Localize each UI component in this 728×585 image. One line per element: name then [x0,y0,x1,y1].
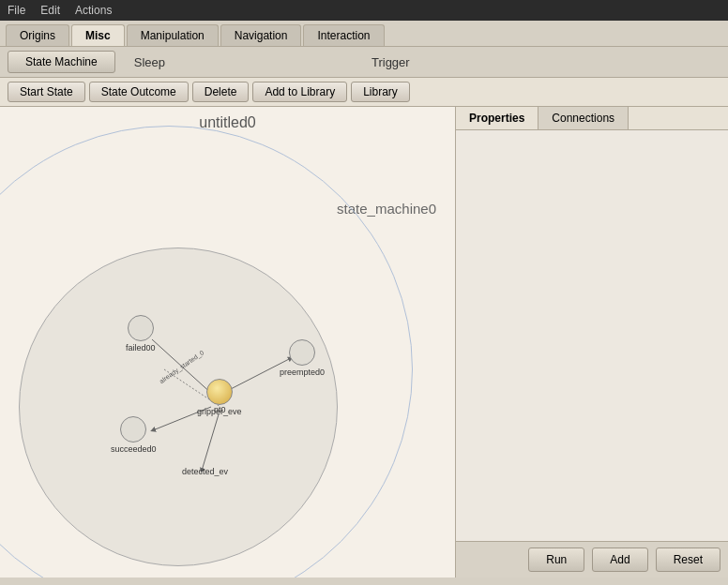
add-to-library-button[interactable]: Add to Library [252,82,347,102]
node-nt0[interactable]: nt0 [214,403,226,414]
canvas-title: untitled0 [0,114,455,131]
node-label-detected-ev: detected_ev [182,467,228,476]
node-circle-succeeded0 [120,416,146,442]
sleep-label: Sleep [134,55,165,69]
node-circle-failed00 [128,315,154,341]
node-label-preempted0: preempted0 [280,368,325,377]
panel-tabs: Properties Connections [456,107,728,130]
node-circle-gripper-eve [206,379,233,405]
tab-navigation[interactable]: Navigation [220,24,302,46]
panel-footer: Run Add Reset [456,541,728,578]
panel-tab-properties[interactable]: Properties [456,107,538,129]
trigger-label: Trigger [372,55,410,69]
reset-button[interactable]: Reset [656,548,720,572]
node-detected-ev[interactable]: detected_ev [182,465,228,476]
delete-button[interactable]: Delete [192,82,250,102]
right-panel: Properties Connections Run Add Reset [456,107,728,578]
node-failed00[interactable]: failed00 [126,315,156,352]
tab-origins[interactable]: Origins [6,24,69,46]
tab-manipulation[interactable]: Manipulation [127,24,219,46]
tab-interaction[interactable]: Interaction [303,24,384,46]
state-machine-button[interactable]: State Machine [8,51,115,73]
actionbar: Start State State Outcome Delete Add to … [0,78,728,107]
library-button[interactable]: Library [351,82,410,102]
node-label-failed00: failed00 [126,343,156,352]
node-label-succeeded0: succeeded0 [111,444,157,454]
main-area: untitled0 state_machine0 already_start [0,107,728,578]
menubar: File Edit Actions [0,0,728,21]
tabbar: Origins Misc Manipulation Navigation Int… [0,21,728,47]
node-circle-preempted0 [289,339,315,366]
tab-misc[interactable]: Misc [71,24,125,46]
node-succeeded0[interactable]: succeeded0 [111,416,157,454]
node-label-nt0: nt0 [214,405,226,414]
start-state-button[interactable]: Start State [8,82,85,102]
inner-circle [19,248,338,566]
node-preempted0[interactable]: preempted0 [280,339,325,377]
panel-tab-connections[interactable]: Connections [538,107,629,129]
menu-file[interactable]: File [8,4,25,17]
toolbar: State Machine Sleep Trigger [0,47,728,78]
add-button[interactable]: Add [592,548,647,572]
run-button[interactable]: Run [528,548,584,572]
menu-actions[interactable]: Actions [75,4,112,17]
panel-content [456,130,728,541]
canvas-area[interactable]: untitled0 state_machine0 already_start [0,107,456,578]
state-outcome-button[interactable]: State Outcome [89,82,189,102]
menu-edit[interactable]: Edit [40,4,60,17]
